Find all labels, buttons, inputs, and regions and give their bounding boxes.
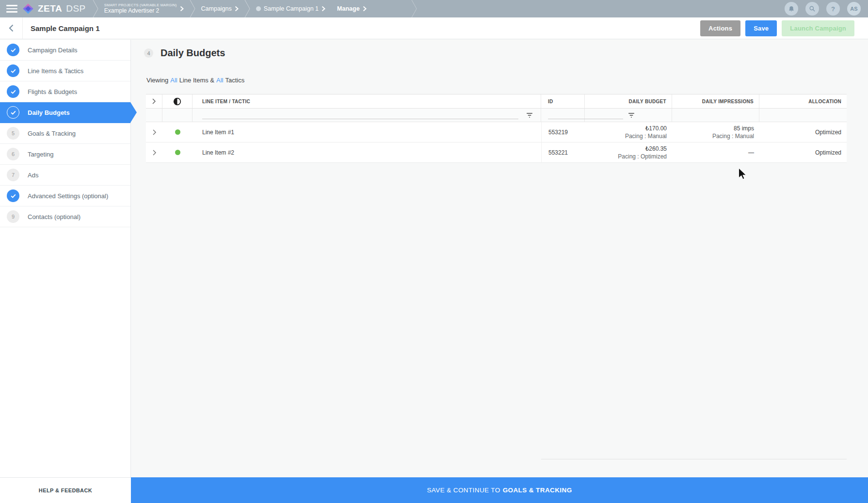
help-button[interactable]: ?	[826, 2, 840, 16]
breadcrumb-separator	[190, 0, 195, 17]
chevron-left-icon	[9, 24, 14, 32]
campaign-status-dot	[256, 6, 261, 11]
column-header-id[interactable]: ID	[541, 94, 585, 108]
hamburger-menu-icon[interactable]	[0, 0, 22, 17]
all-tactics-link[interactable]: All	[216, 77, 223, 84]
save-button[interactable]: Save	[745, 20, 777, 36]
search-icon	[809, 5, 816, 12]
check-icon	[7, 44, 19, 56]
sidebar-item-goals-tracking[interactable]: 5 Goals & Tracking	[0, 123, 130, 144]
active-status-dot	[175, 129, 180, 135]
breadcrumb-campaigns-label: Campaigns	[201, 5, 232, 12]
top-nav-bar: ZETA DSP SMART PROJECTS (VARIABLE MARGIN…	[0, 0, 868, 17]
sidebar-item-label: Daily Budgets	[28, 109, 70, 116]
breadcrumb-manage-label: Manage	[337, 5, 360, 12]
sidebar-item-ads[interactable]: 7 Ads	[0, 165, 130, 186]
column-header-daily-budget[interactable]: DAILY BUDGET	[585, 94, 672, 108]
breadcrumb-advertiser[interactable]: SMART PROJECTS (VARIABLE MARGIN) Example…	[98, 0, 190, 17]
sidebar-item-daily-budgets[interactable]: Daily Budgets	[0, 102, 130, 123]
sidebar-item-flights-budgets[interactable]: Flights & Budgets	[0, 81, 130, 102]
sidebar-item-label: Flights & Budgets	[28, 88, 77, 95]
chevron-right-icon	[363, 6, 367, 12]
step-number-icon: 6	[7, 148, 19, 160]
table-header-row: LINE ITEM / TACTIC ID DAILY BUDGET DAILY…	[146, 94, 847, 109]
line-item-id: 553221	[541, 142, 585, 162]
check-icon	[7, 85, 19, 98]
active-status-dot	[175, 150, 180, 155]
expand-all-button[interactable]	[150, 96, 158, 106]
all-line-items-link[interactable]: All	[170, 77, 177, 84]
line-item-filter-input[interactable]	[202, 111, 518, 119]
viewing-suffix: Tactics	[225, 77, 244, 84]
sidebar-item-contacts[interactable]: 9 Contacts (optional)	[0, 206, 130, 227]
breadcrumb-campaign[interactable]: Sample Campaign 1	[250, 0, 331, 17]
sidebar-item-advanced-settings[interactable]: Advanced Settings (optional)	[0, 186, 130, 206]
budget-pacing: Pacing : Optimized	[618, 153, 667, 160]
breadcrumb-project-label: SMART PROJECTS (VARIABLE MARGIN)	[104, 3, 177, 7]
zeta-dsp-logo[interactable]: ZETA DSP	[22, 3, 86, 15]
allocation-value[interactable]: Optimized	[759, 122, 847, 142]
sidebar-item-label: Ads	[28, 172, 38, 179]
budget-pacing: Pacing : Manual	[625, 132, 667, 140]
breadcrumb-separator	[93, 0, 98, 17]
launch-campaign-button[interactable]: Launch Campaign	[782, 20, 854, 36]
chevron-right-icon	[153, 129, 156, 135]
help-feedback-button[interactable]: HELP & FEEDBACK	[0, 477, 131, 503]
column-header-allocation[interactable]: ALLOCATION	[759, 94, 847, 108]
chevron-right-icon	[153, 150, 156, 156]
sidebar-item-line-items-tactics[interactable]: Line Items & Tactics	[0, 61, 130, 81]
chevron-right-icon	[321, 6, 325, 12]
table-scroll-divider	[541, 459, 847, 459]
breadcrumb-manage[interactable]: Manage	[331, 0, 372, 17]
viewing-prefix: Viewing	[146, 77, 168, 84]
line-item-name[interactable]: Line Item #2	[193, 142, 541, 162]
status-contrast-icon[interactable]	[173, 97, 181, 106]
question-mark-icon: ?	[831, 5, 835, 13]
sidebar-item-targeting[interactable]: 6 Targeting	[0, 144, 130, 165]
breadcrumb-campaigns[interactable]: Campaigns	[195, 0, 244, 17]
page-title: Sample Campaign 1	[31, 24, 100, 32]
sidebar-item-label: Campaign Details	[28, 47, 78, 54]
daily-budget-value[interactable]: ₺170.00	[645, 125, 667, 132]
column-header-daily-impressions[interactable]: DAILY IMPRESSIONS	[672, 94, 759, 108]
column-header-line-item[interactable]: LINE ITEM / TACTIC	[193, 94, 541, 108]
bell-icon	[788, 5, 795, 13]
page-header: Sample Campaign 1 Actions Save Launch Ca…	[0, 17, 868, 39]
breadcrumb-advertiser-label: Example Advertiser 2	[104, 7, 177, 15]
chevron-right-icon	[235, 6, 239, 12]
breadcrumb-separator	[244, 0, 250, 17]
check-icon	[7, 189, 19, 202]
line-item-name[interactable]: Line Item #1	[193, 122, 541, 142]
save-continue-button[interactable]: SAVE & CONTINUE TO GOALS & TRACKING	[131, 477, 868, 503]
table-filter-row	[146, 109, 847, 122]
main-content: 4 Daily Budgets ViewingAllLine Items &Al…	[131, 40, 868, 477]
table-row[interactable]: Line Item #2 553221 ₺260.35 Pacing : Opt…	[146, 142, 847, 163]
breadcrumb-separator	[411, 0, 417, 17]
expand-row-button[interactable]	[151, 148, 158, 157]
daily-budgets-table: LINE ITEM / TACTIC ID DAILY BUDGET DAILY…	[146, 94, 847, 163]
notifications-button[interactable]	[785, 2, 798, 16]
back-button[interactable]	[0, 17, 23, 39]
search-button[interactable]	[805, 2, 819, 16]
line-item-filter-button[interactable]	[525, 111, 534, 119]
daily-impressions-value[interactable]: 85 imps	[734, 125, 754, 132]
sidebar-item-label: Advanced Settings (optional)	[28, 192, 108, 200]
step-number-icon: 7	[7, 169, 19, 181]
step-number-badge: 4	[144, 48, 153, 58]
user-avatar[interactable]: AS	[847, 2, 861, 16]
expand-row-button[interactable]	[151, 127, 158, 137]
sidebar-item-campaign-details[interactable]: Campaign Details	[0, 40, 130, 61]
daily-impressions-value[interactable]: —	[748, 149, 754, 157]
check-icon	[7, 64, 19, 77]
wizard-sidebar: Campaign Details Line Items & Tactics Fl…	[0, 40, 131, 477]
section-title: Daily Budgets	[161, 47, 225, 59]
save-continue-target: GOALS & TRACKING	[503, 487, 572, 494]
breadcrumb-campaign-label: Sample Campaign 1	[264, 5, 319, 12]
table-row[interactable]: Line Item #1 553219 ₺170.00 Pacing : Man…	[146, 122, 847, 142]
viewing-mid: Line Items &	[179, 77, 214, 84]
daily-budget-value[interactable]: ₺260.35	[645, 145, 667, 153]
sidebar-item-label: Targeting	[28, 151, 53, 158]
allocation-value[interactable]: Optimized	[759, 142, 847, 162]
actions-button[interactable]: Actions	[700, 20, 740, 36]
sidebar-item-label: Line Items & Tactics	[28, 67, 83, 75]
